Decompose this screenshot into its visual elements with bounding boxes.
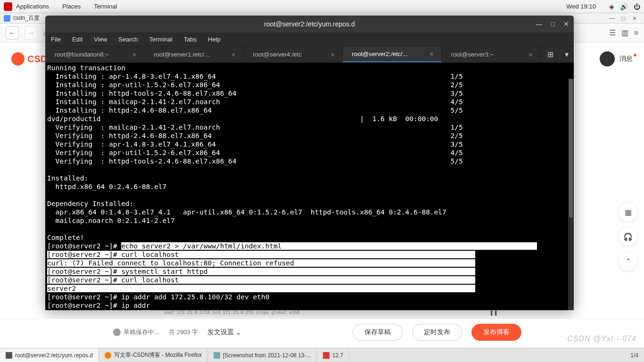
task-terminal[interactable]: root@server2:/etc/yum.repos.d	[0, 348, 99, 362]
close-icon[interactable]: ×	[231, 51, 235, 58]
menu-terminal[interactable]: Terminal	[149, 36, 173, 43]
gnome-topbar: Applications Places Terminal Wed 19:10 ◈…	[0, 0, 644, 13]
watermark: CSDN @YxI---074	[567, 335, 636, 343]
sidebar-icon[interactable]: ▥	[621, 28, 628, 37]
wifi-icon[interactable]: ◈	[609, 3, 614, 10]
tab-favicon	[4, 15, 10, 22]
word-count: 共 2903 字	[169, 328, 198, 337]
applications-menu[interactable]: Applications	[16, 3, 49, 10]
menu-search[interactable]: Search	[118, 36, 138, 43]
workspace-indicator[interactable]: 1/4	[625, 352, 644, 359]
tab-server2[interactable]: root@server2:/etc/...×	[343, 47, 442, 62]
menu-tabs[interactable]: Tabs	[184, 36, 197, 43]
tab-server3[interactable]: root@server3:~×	[442, 47, 541, 62]
menu-file[interactable]: File	[51, 36, 61, 43]
places-menu[interactable]: Places	[62, 3, 81, 10]
csdn-logo[interactable]: CSD	[11, 52, 47, 66]
tab-label: root@server2:/etc/...	[352, 50, 408, 58]
clock: Wed 19:10	[566, 3, 596, 10]
csdn-monkey-icon	[11, 52, 25, 66]
publish-settings-button[interactable]: 发文设置⌄	[207, 328, 241, 337]
close-button[interactable]: ✕	[629, 15, 640, 22]
terminal-window: root@server2:/etc/yum.repos.d — □ ✕ File…	[45, 16, 574, 310]
forward-button[interactable]: →	[25, 26, 38, 40]
terminal-icon	[6, 352, 12, 359]
schedule-publish-button[interactable]: 定时发布	[412, 324, 462, 341]
check-icon	[113, 329, 121, 336]
qr-icon[interactable]: ▦	[619, 203, 637, 222]
document-icon	[323, 352, 330, 359]
publish-button[interactable]: 发布博客	[471, 324, 521, 341]
tab-label: root@foundation8:~	[55, 51, 109, 58]
volume-icon[interactable]: 🔊	[620, 3, 628, 10]
terminal-menu[interactable]: Terminal	[94, 3, 117, 10]
menu-edit[interactable]: Edit	[72, 36, 83, 43]
task-screenshot[interactable]: [Screenshot from 2021-12-08 13-...	[208, 348, 317, 362]
minimize-button[interactable]: —	[606, 15, 618, 22]
close-icon[interactable]: ×	[132, 51, 136, 58]
close-icon[interactable]: ×	[430, 50, 434, 58]
task-document[interactable]: 12.7	[317, 348, 349, 362]
image-icon	[214, 352, 220, 359]
gnome-taskbar: root@server2:/etc/yum.repos.d 写文章-CSDN博客…	[0, 348, 644, 362]
term-minimize-button[interactable]: —	[536, 20, 543, 28]
draft-status: 草稿保存中...	[113, 328, 159, 337]
pause-icon: ❚❚	[489, 310, 498, 316]
tab-title[interactable]: csdn_百度	[13, 14, 40, 22]
assist-float: 发文助手	[621, 127, 644, 154]
chevron-down-icon: ⌄	[236, 329, 241, 336]
terminal-tabs: root@foundation8:~× root@server1:/etc/..…	[45, 47, 574, 63]
term-maximize-button[interactable]: □	[551, 20, 555, 28]
scroll-top-icon[interactable]: ⌃	[619, 252, 637, 271]
task-firefox[interactable]: 写文章-CSDN博客 - Mozilla Firefox	[99, 348, 208, 362]
tab-server4[interactable]: root@server4:/etc×	[243, 47, 342, 62]
toolbox-float: ▦ 🎧 ⌃	[619, 203, 637, 276]
editor-footer: 草稿保存中... 共 2903 字 发文设置⌄ 保存草稿 定时发布 发布博客	[0, 319, 644, 345]
csdn-logo-text: CSD	[27, 54, 47, 65]
tab-server1[interactable]: root@server1:/etc/...×	[144, 47, 243, 62]
support-icon[interactable]: 🎧	[619, 227, 637, 246]
avatar[interactable]	[600, 51, 615, 66]
tab-foundation8[interactable]: root@foundation8:~×	[45, 47, 144, 62]
back-button[interactable]: ←	[6, 26, 19, 40]
maximize-button[interactable]: □	[618, 15, 629, 22]
scrollbar[interactable]	[568, 79, 574, 310]
close-icon[interactable]: ×	[330, 51, 334, 58]
menu-help[interactable]: Help	[208, 36, 221, 43]
tab-label: root@server1:/etc/...	[154, 51, 209, 58]
firefox-icon	[105, 352, 111, 359]
activities-icon[interactable]	[4, 2, 12, 11]
save-draft-button[interactable]: 保存草稿	[353, 324, 403, 341]
new-tab-button[interactable]: ⊞	[541, 47, 560, 62]
terminal-body[interactable]: Running transaction Installing : apr-1.4…	[45, 63, 574, 310]
power-icon[interactable]: ⏻	[634, 3, 640, 10]
menu-icon[interactable]: ≡	[634, 29, 638, 37]
library-icon[interactable]: ☰	[609, 28, 616, 37]
tab-menu-button[interactable]: ▾	[560, 47, 574, 62]
messages-link[interactable]: 消息	[619, 55, 633, 63]
terminal-menubar: File Edit View Search Terminal Tabs Help	[45, 33, 574, 47]
term-close-button[interactable]: ✕	[563, 20, 569, 28]
tab-label: root@server4:/etc	[253, 51, 302, 58]
tab-label: root@server3:~	[451, 51, 494, 58]
scrollbar-thumb[interactable]	[569, 79, 573, 218]
terminal-titlebar[interactable]: root@server2:/etc/yum.repos.d — □ ✕	[45, 16, 574, 33]
terminal-title: root@server2:/etc/yum.repos.d	[264, 20, 355, 28]
menu-view[interactable]: View	[94, 36, 107, 43]
close-icon[interactable]: ×	[529, 51, 533, 58]
